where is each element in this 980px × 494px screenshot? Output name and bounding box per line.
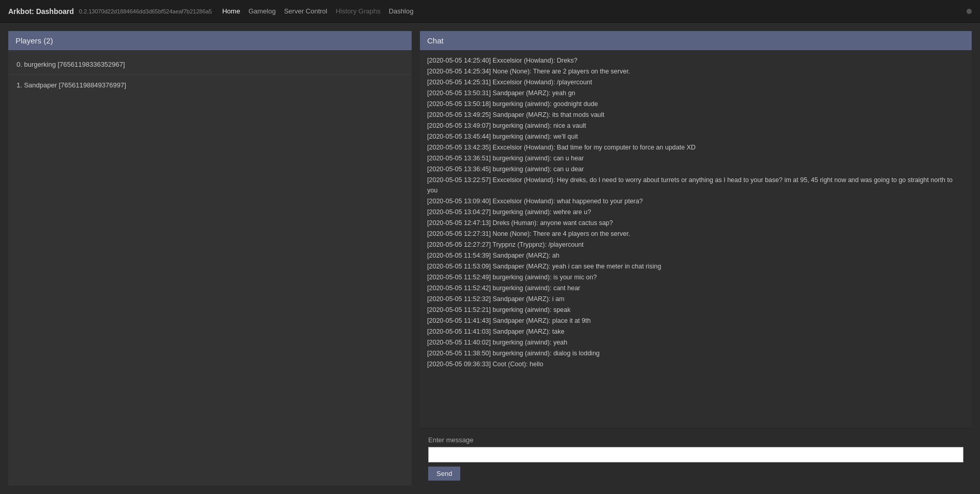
chat-line: [2020-05-05 11:52:49] burgerking (airwin… <box>427 272 964 282</box>
chat-line: [2020-05-05 14:25:34] None (None): There… <box>427 66 964 77</box>
nav-home[interactable]: Home <box>222 7 240 15</box>
chat-panel-header: Chat <box>420 31 972 50</box>
chat-line: [2020-05-05 11:53:09] Sandpaper (MARZ): … <box>427 261 964 272</box>
chat-line: [2020-05-05 13:50:18] burgerking (airwin… <box>427 99 964 109</box>
nav-dashlog[interactable]: Dashlog <box>389 7 414 15</box>
chat-messages: [2020-05-05 14:25:40] Exxcelsior (Howlan… <box>420 50 972 428</box>
chat-line: [2020-05-05 13:42:35] Exxcelsior (Howlan… <box>427 142 964 153</box>
chat-line: [2020-05-05 09:36:33] Coot (Coot): hello <box>427 359 964 369</box>
player-item: 0. burgerking [76561198336352967] <box>8 54 412 75</box>
chat-line: [2020-05-05 14:25:31] Exxcelsior (Howlan… <box>427 77 964 87</box>
header: Arkbot: Dashboard 0.2.13070d22d1884646dd… <box>0 0 980 23</box>
chat-line: [2020-05-05 13:09:40] Exxcelsior (Howlan… <box>427 196 964 206</box>
nav-history-graphs: History Graphs <box>336 7 381 15</box>
chat-line: [2020-05-05 11:54:39] Sandpaper (MARZ): … <box>427 250 964 261</box>
chat-line: [2020-05-05 13:45:44] burgerking (airwin… <box>427 131 964 142</box>
chat-panel: Chat [2020-05-05 14:25:40] Exxcelsior (H… <box>420 31 972 486</box>
chat-line: [2020-05-05 11:52:42] burgerking (airwin… <box>427 283 964 293</box>
chat-line: [2020-05-05 13:36:45] burgerking (airwin… <box>427 164 964 174</box>
app-version: 0.2.13070d22d1884646dd3d65bf524aeaf7b212… <box>79 8 212 14</box>
chat-line: [2020-05-05 11:52:32] Sandpaper (MARZ): … <box>427 294 964 304</box>
chat-input-label: Enter message <box>428 436 963 444</box>
chat-line: [2020-05-05 11:40:02] burgerking (airwin… <box>427 337 964 348</box>
chat-line: [2020-05-05 14:25:40] Exxcelsior (Howlan… <box>427 55 964 66</box>
players-panel-header: Players (2) <box>8 31 412 50</box>
chat-line: [2020-05-05 13:50:31] Sandpaper (MARZ): … <box>427 88 964 98</box>
chat-line: [2020-05-05 12:27:27] Tryppnz (Tryppnz):… <box>427 239 964 250</box>
players-panel: Players (2) 0. burgerking [7656119833635… <box>8 31 412 486</box>
chat-input-area: Enter message Send <box>420 428 972 486</box>
chat-line: [2020-05-05 13:49:07] burgerking (airwin… <box>427 121 964 131</box>
status-indicator <box>967 9 972 14</box>
chat-line: [2020-05-05 13:49:25] Sandpaper (MARZ): … <box>427 110 964 120</box>
nav-server-control[interactable]: Server Control <box>284 7 327 15</box>
chat-line: [2020-05-05 11:41:03] Sandpaper (MARZ): … <box>427 326 964 337</box>
players-list: 0. burgerking [76561198336352967]1. Sand… <box>8 50 412 486</box>
chat-line: [2020-05-05 12:27:31] None (None): There… <box>427 229 964 239</box>
chat-input[interactable] <box>428 447 963 462</box>
chat-line: [2020-05-05 13:04:27] burgerking (airwin… <box>427 207 964 217</box>
chat-line: [2020-05-05 13:22:57] Exxcelsior (Howlan… <box>427 175 964 196</box>
player-item: 1. Sandpaper [76561198849376997] <box>8 75 412 95</box>
nav-gamelog[interactable]: Gamelog <box>248 7 276 15</box>
chat-line: [2020-05-05 11:41:43] Sandpaper (MARZ): … <box>427 316 964 326</box>
chat-line: [2020-05-05 12:47:13] Dreks (Human): any… <box>427 218 964 228</box>
chat-line: [2020-05-05 11:52:21] burgerking (airwin… <box>427 305 964 315</box>
main-content: Players (2) 0. burgerking [7656119833635… <box>0 23 980 494</box>
app-title: Arkbot: Dashboard <box>8 7 74 16</box>
chat-line: [2020-05-05 11:38:50] burgerking (airwin… <box>427 348 964 358</box>
send-button[interactable]: Send <box>428 467 460 481</box>
chat-line: [2020-05-05 13:36:51] burgerking (airwin… <box>427 153 964 163</box>
